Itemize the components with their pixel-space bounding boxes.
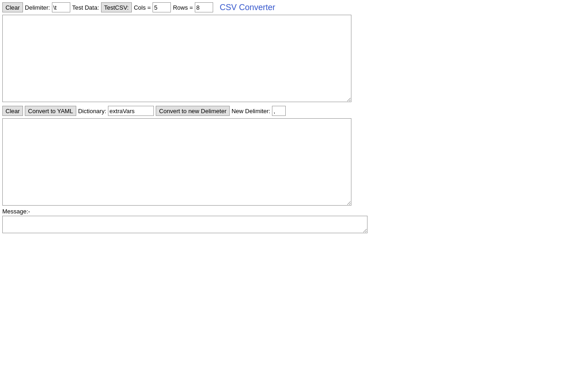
clear-button-2[interactable]: Clear [2, 106, 23, 116]
convert-yaml-button[interactable]: Convert to YAML [25, 106, 76, 116]
delimiter-label: Delimiter: [25, 4, 50, 11]
input-textarea-container [0, 15, 588, 104]
input-textarea[interactable] [2, 15, 351, 102]
toolbar2: Clear Convert to YAML Dictionary: Conver… [0, 104, 588, 118]
dictionary-label: Dictionary: [78, 108, 106, 115]
clear-button-1[interactable]: Clear [2, 2, 23, 12]
delimiter-input[interactable] [52, 2, 70, 12]
dictionary-input[interactable] [108, 106, 154, 116]
new-delim-label: New Delimiter: [232, 108, 271, 115]
message-area-container [0, 216, 588, 235]
cols-label: Cols = [134, 4, 151, 11]
message-label-container: Message:- [0, 207, 588, 216]
app-title: CSV Converter [220, 3, 275, 12]
rows-input[interactable] [195, 2, 213, 12]
test-data-label: Test Data: [72, 4, 99, 11]
test-csv-button[interactable]: TestCSV: [101, 2, 132, 12]
rows-label: Rows = [173, 4, 193, 11]
output-textarea-container [0, 118, 588, 207]
convert-delim-button[interactable]: Convert to new Delimeter [156, 106, 230, 116]
message-textarea[interactable] [2, 216, 368, 233]
output-textarea[interactable] [2, 118, 351, 206]
message-label: Message:- [2, 208, 30, 215]
new-delim-input[interactable] [272, 106, 286, 116]
cols-input[interactable] [153, 2, 171, 12]
toolbar1: Clear Delimiter: Test Data: TestCSV: Col… [0, 0, 588, 15]
